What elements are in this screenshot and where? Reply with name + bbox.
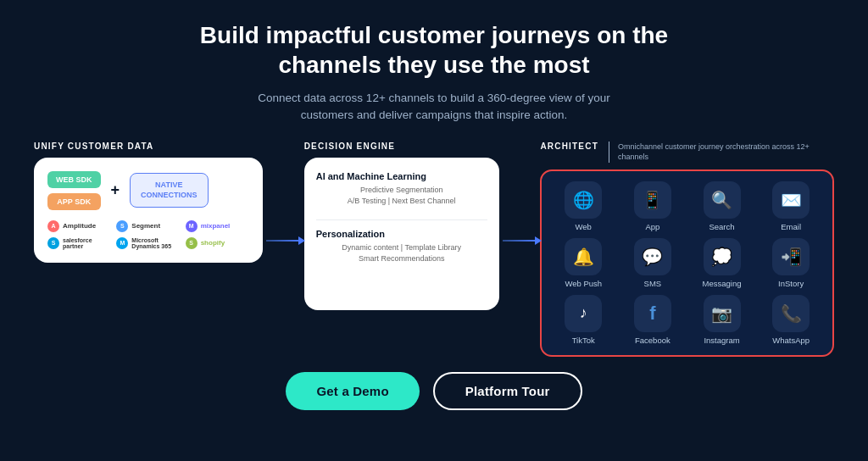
segment-icon: S [116,220,128,232]
channel-instagram: 📷 Instagram [691,295,754,345]
decision-panel: DECISION ENGINE AI and Machine Learning … [304,142,499,310]
instagram-label: Instagram [704,336,739,345]
shopify-icon: S [186,237,198,249]
app-icon: 📱 [634,181,671,219]
search-icon: 🔍 [704,181,741,219]
channel-webpush: 🔔 Web Push [552,238,615,288]
channel-sms: 💬 SMS [621,238,684,288]
channel-instory: 📲 InStory [760,238,822,288]
amplitude-icon: A [47,220,59,232]
salesforce-icon: S [47,237,59,249]
microsoft-label: MicrosoftDynamics 365 [131,237,171,249]
arrow-line-2 [503,240,537,242]
mixpanel-icon: M [186,220,198,232]
channel-tiktok: ♪ TikTok [552,295,615,345]
email-icon: ✉️ [772,181,810,219]
sms-label: SMS [644,279,662,288]
integrations-grid: A Amplitude S Segment M mixpanel S sales… [47,220,249,249]
channel-app: 📱 App [621,181,684,231]
list-item: S Segment [116,220,180,232]
list-item: S salesforcepartner [47,237,111,249]
search-label: Search [709,222,734,231]
panels-container: UNIFY CUSTOMER DATA WEB SDK APP SDK + NA… [34,142,834,357]
architect-description: Omnichannel customer journey orchestrati… [609,142,834,163]
arrow-connector-1 [263,172,304,242]
channel-search: 🔍 Search [691,181,754,231]
list-item: S shopify [186,237,249,249]
app-sdk-badge: APP SDK [47,193,101,210]
personalization-title: Personalization [316,229,487,239]
tiktok-icon: ♪ [565,295,602,332]
arrow-connector-2 [499,172,541,242]
salesforce-label: salesforcepartner [63,237,92,249]
ai-section-text: Predictive Segmentation A/B Testing | Ne… [316,185,487,208]
sms-icon: 💬 [634,238,671,275]
architect-header: ARCHITECT Omnichannel customer journey o… [540,142,834,163]
microsoft-icon: M [116,237,128,249]
list-item: M mixpanel [186,220,249,232]
sdk-row: WEB SDK APP SDK + NATIVE CONNECTIONS [47,171,249,210]
mixpanel-label: mixpanel [201,222,231,230]
channel-facebook: f Facebook [621,295,684,345]
web-sdk-badge: WEB SDK [47,171,101,188]
messaging-icon: 💭 [704,238,741,275]
app-label: App [645,222,659,231]
cta-row: Get a Demo Platform Tour [286,372,581,410]
architect-panel: ARCHITECT Omnichannel customer journey o… [540,142,834,357]
instory-icon: 📲 [772,238,810,275]
channel-whatsapp: 📞 WhatsApp [760,295,822,345]
unify-panel: UNIFY CUSTOMER DATA WEB SDK APP SDK + NA… [34,142,263,344]
unify-card: WEB SDK APP SDK + NATIVE CONNECTIONS A A… [34,158,263,263]
page-headline: Build impactful customer journeys on the… [200,20,668,80]
ai-section: AI and Machine Learning Predictive Segme… [316,171,487,208]
platform-tour-button[interactable]: Platform Tour [433,372,582,410]
instory-label: InStory [778,279,804,288]
instagram-icon: 📷 [704,295,741,332]
whatsapp-label: WhatsApp [772,336,810,345]
list-item: A Amplitude [47,220,111,232]
list-item: M MicrosoftDynamics 365 [116,237,180,249]
decision-card: AI and Machine Learning Predictive Segme… [304,158,499,310]
personalization-section: Personalization Dynamic content | Templa… [316,229,487,265]
get-demo-button[interactable]: Get a Demo [286,372,419,410]
channels-grid: 🌐 Web 📱 App 🔍 Search ✉️ Email 🔔 W [552,181,822,345]
unify-label: UNIFY CUSTOMER DATA [34,142,263,151]
plus-icon: + [111,181,120,199]
web-icon: 🌐 [565,181,602,219]
channel-messaging: 💭 Messaging [691,238,754,288]
native-connections-badge: NATIVE CONNECTIONS [130,173,209,208]
sdk-badges: WEB SDK APP SDK [47,171,101,210]
arrow-line-1 [266,240,300,242]
section-divider [316,219,487,220]
facebook-label: Facebook [635,336,670,345]
web-label: Web [576,222,592,231]
architect-card: 🌐 Web 📱 App 🔍 Search ✉️ Email 🔔 W [540,169,834,357]
ai-section-title: AI and Machine Learning [316,171,487,181]
amplitude-label: Amplitude [63,222,96,230]
unify-card-wrapper: WEB SDK APP SDK + NATIVE CONNECTIONS A A… [34,158,263,344]
channel-email: ✉️ Email [760,181,822,231]
tiktok-label: TikTok [572,336,595,345]
messaging-label: Messaging [703,279,742,288]
channel-web: 🌐 Web [552,181,615,231]
decision-card-wrapper: AI and Machine Learning Predictive Segme… [304,158,499,310]
segment-label: Segment [131,222,160,230]
webpush-label: Web Push [565,279,602,288]
webpush-icon: 🔔 [565,238,602,275]
shopify-label: shopify [201,239,225,247]
email-label: Email [781,222,801,231]
whatsapp-icon: 📞 [772,295,810,332]
personalization-text: Dynamic content | Template Library Smart… [316,242,487,265]
page-subtext: Connect data across 12+ channels to buil… [258,90,609,125]
architect-label: ARCHITECT [540,142,598,151]
decision-label: DECISION ENGINE [304,142,499,151]
facebook-icon: f [634,295,671,332]
